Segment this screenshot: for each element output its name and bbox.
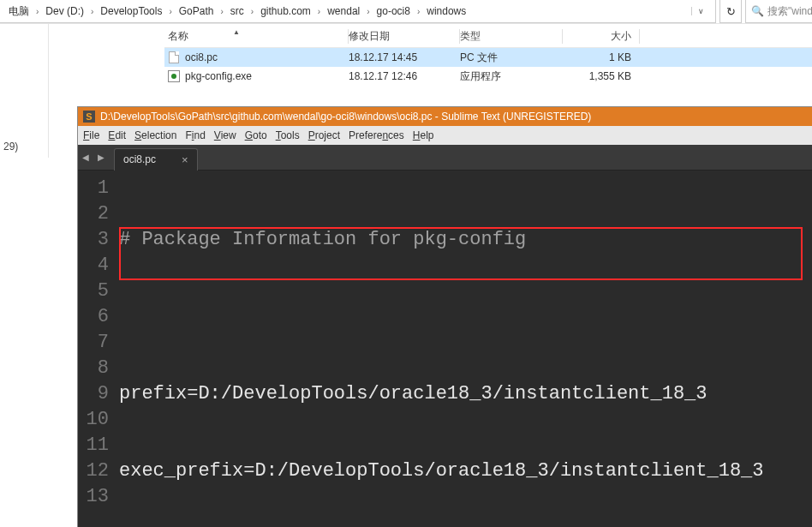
menu-goto[interactable]: Goto: [245, 129, 267, 141]
file-size: 1,355 KB: [563, 70, 640, 82]
sublime-logo-icon: S: [83, 111, 95, 123]
search-icon: 🔍: [751, 5, 764, 17]
col-header-name-label: 名称: [168, 30, 188, 42]
col-header-size-label: 大小: [611, 30, 631, 42]
col-header-size[interactable]: 大小: [563, 29, 640, 44]
menu-project[interactable]: Project: [308, 129, 340, 141]
file-name: oci8.pc: [185, 51, 218, 63]
tab-bar: ◀ ▶ oci8.pc ×: [78, 145, 812, 171]
chevron-right-icon: ›: [415, 7, 421, 16]
menu-find[interactable]: Find: [185, 129, 205, 141]
col-header-type-label: 类型: [460, 30, 481, 42]
breadcrumb-bar: 电脑 › Dev (D:) › DevelopTools › GoPath › …: [0, 0, 812, 24]
file-type: PC 文件: [460, 51, 563, 65]
chevron-right-icon: ›: [218, 7, 224, 16]
crumb-seg[interactable]: GoPath: [176, 5, 218, 17]
file-size: 1 KB: [563, 51, 640, 63]
file-type: 应用程序: [460, 69, 563, 84]
window-titlebar[interactable]: S D:\DevelopTools\GoPath\src\github.com\…: [78, 107, 812, 126]
file-date: 18.12.17 14:45: [349, 51, 460, 63]
exe-icon: [168, 70, 180, 82]
sort-asc-icon: ▲: [233, 28, 240, 36]
code-line: exec_prefix=D:/DevelopTools/oracle18_3/i…: [119, 458, 812, 484]
code-line: # Package Information for pkg-config: [119, 229, 526, 250]
breadcrumb-path[interactable]: 电脑 › Dev (D:) › DevelopTools › GoPath › …: [0, 0, 716, 23]
editor-tab[interactable]: oci8.pc ×: [114, 148, 198, 171]
sublime-window: S D:\DevelopTools\GoPath\src\github.com\…: [78, 107, 812, 527]
refresh-icon: ↻: [726, 5, 736, 18]
menu-edit[interactable]: Edit: [108, 129, 126, 141]
line-gutter: 1234567 8910111213: [78, 171, 119, 527]
col-header-type[interactable]: 类型: [460, 29, 563, 44]
crumb-seg[interactable]: github.com: [257, 5, 314, 17]
menu-selection[interactable]: Selection: [134, 129, 176, 141]
crumb-seg[interactable]: windows: [423, 5, 469, 17]
crumb-seg[interactable]: wendal: [324, 5, 363, 17]
refresh-button[interactable]: ↻: [719, 0, 742, 23]
menu-view[interactable]: View: [214, 129, 236, 141]
column-headers[interactable]: 名称 ▲ 修改日期 类型 大小: [164, 26, 812, 48]
nav-forward-icon[interactable]: ▶: [93, 153, 109, 162]
crumb-root[interactable]: 电脑: [5, 4, 33, 19]
file-date: 18.12.17 12:46: [349, 70, 460, 82]
chevron-right-icon: ›: [316, 7, 322, 16]
editor-area[interactable]: 1234567 8910111213 # Package Information…: [78, 171, 812, 527]
nav-back-icon[interactable]: ◀: [78, 153, 93, 162]
menu-bar: File Edit Selection Find View Goto Tools…: [78, 126, 812, 145]
sidebar-snippet: 29): [3, 141, 45, 153]
code-content[interactable]: # Package Information for pkg-config pre…: [119, 171, 812, 527]
crumb-seg[interactable]: src: [227, 5, 248, 17]
code-line: [119, 304, 812, 330]
explorer-sidebar: 29): [0, 24, 49, 158]
file-row[interactable]: pkg-config.exe 18.12.17 12:46 应用程序 1,355…: [164, 67, 812, 86]
menu-help[interactable]: Help: [413, 129, 434, 141]
col-header-date[interactable]: 修改日期: [349, 29, 460, 44]
file-name: pkg-config.exe: [185, 70, 252, 82]
menu-preferences[interactable]: Preferences: [349, 129, 404, 141]
search-placeholder: 搜索"window: [767, 4, 812, 19]
code-line: prefix=D:/DevelopTools/oracle18_3/instan…: [119, 381, 812, 407]
chevron-right-icon: ›: [365, 7, 371, 16]
search-input[interactable]: 🔍 搜索"window: [745, 0, 812, 23]
chevron-right-icon: ›: [249, 7, 255, 16]
file-icon: [168, 51, 180, 63]
chevron-right-icon: ›: [167, 7, 173, 16]
crumb-seg[interactable]: go-oci8: [373, 5, 414, 17]
window-title: D:\DevelopTools\GoPath\src\github.com\we…: [100, 111, 591, 123]
crumb-drive[interactable]: Dev (D:): [42, 5, 87, 17]
menu-tools[interactable]: Tools: [276, 129, 300, 141]
breadcrumb-dropdown-icon[interactable]: ∨: [691, 7, 710, 15]
crumb-seg[interactable]: DevelopTools: [97, 5, 165, 17]
col-header-date-label: 修改日期: [349, 30, 390, 42]
tab-label: oci8.pc: [123, 153, 156, 165]
file-row[interactable]: oci8.pc 18.12.17 14:45 PC 文件 1 KB: [164, 48, 812, 67]
menu-file[interactable]: File: [83, 129, 99, 141]
chevron-right-icon: ›: [89, 7, 95, 16]
close-icon[interactable]: ×: [182, 153, 188, 166]
col-header-name[interactable]: 名称 ▲: [164, 29, 349, 44]
chevron-right-icon: ›: [34, 7, 40, 16]
